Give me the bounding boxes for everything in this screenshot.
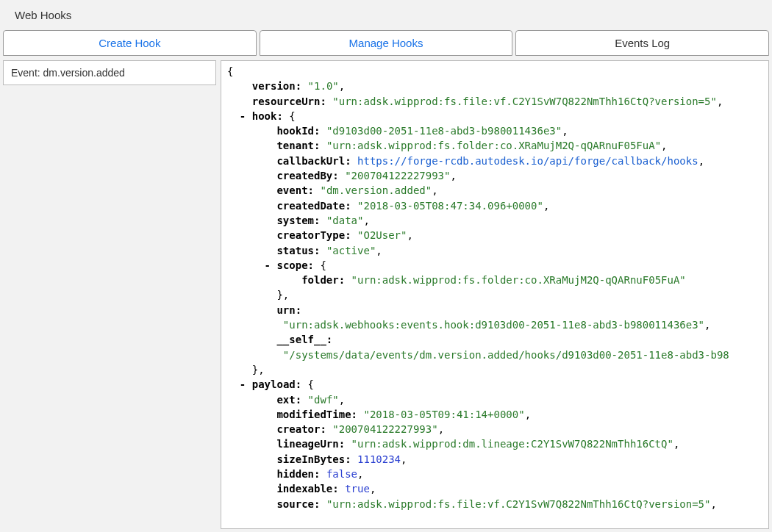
json-line: folder: "urn:adsk.wipprod:fs.folder:co.X… [227, 273, 762, 287]
json-line: "/systems/data/events/dm.version.added/h… [227, 348, 762, 362]
collapse-toggle[interactable]: - [240, 378, 246, 390]
json-line: source: "urn:adsk.wipprod:fs.file:vf.C2Y… [227, 497, 762, 511]
json-line: status: "active", [227, 243, 762, 258]
json-line: "urn:adsk.webhooks:events.hook:d9103d00-… [227, 317, 762, 332]
json-viewer[interactable]: { version: "1.0", resourceUrn: "urn:adsk… [221, 60, 769, 529]
json-line: __self__: [227, 332, 762, 347]
tab-events-log[interactable]: Events Log [515, 30, 769, 56]
json-line: ext: "dwf", [227, 392, 762, 407]
json-line: creator: "200704122227993", [227, 422, 762, 436]
json-line: }, [227, 287, 762, 302]
json-line: creatorType: "O2User", [227, 228, 762, 242]
json-line: createdBy: "200704122227993", [227, 168, 762, 183]
json-line: hidden: false, [227, 467, 762, 481]
json-line: system: "data", [227, 213, 762, 228]
json-line: hookId: "d9103d00-2051-11e8-abd3-b980011… [227, 123, 762, 138]
json-line: sizeInBytes: 1110234, [227, 452, 762, 467]
json-line: version: "1.0", [227, 79, 762, 93]
json-line: - scope: { [227, 258, 762, 273]
json-line: createdDate: "2018-03-05T08:47:34.096+00… [227, 198, 762, 213]
tab-manage-hooks[interactable]: Manage Hooks [260, 30, 513, 56]
json-line: { [227, 64, 762, 79]
json-line: indexable: true, [227, 481, 762, 496]
json-line: - payload: { [227, 377, 762, 392]
page-title: Web Hooks [0, 0, 772, 30]
event-list: Event: dm.version.added [3, 60, 216, 529]
content-area: Event: dm.version.added { version: "1.0"… [0, 56, 772, 529]
json-line: modifiedTime: "2018-03-05T09:41:14+0000"… [227, 407, 762, 422]
json-line: urn: [227, 303, 762, 317]
collapse-toggle[interactable]: - [240, 110, 246, 122]
json-line: - hook: { [227, 109, 762, 123]
event-list-item[interactable]: Event: dm.version.added [3, 60, 216, 85]
json-line: event: "dm.version.added", [227, 183, 762, 198]
tab-create-hook[interactable]: Create Hook [3, 30, 257, 56]
json-line: tenant: "urn:adsk.wipprod:fs.folder:co.X… [227, 138, 762, 153]
json-line: }, [227, 362, 762, 377]
json-line: resourceUrn: "urn:adsk.wipprod:fs.file:v… [227, 94, 762, 109]
collapse-toggle[interactable]: - [265, 259, 271, 271]
json-line: lineageUrn: "urn:adsk.wipprod:dm.lineage… [227, 436, 762, 451]
tab-bar: Create Hook Manage Hooks Events Log [0, 30, 772, 56]
json-line: callbackUrl: https://forge-rcdb.autodesk… [227, 154, 762, 168]
